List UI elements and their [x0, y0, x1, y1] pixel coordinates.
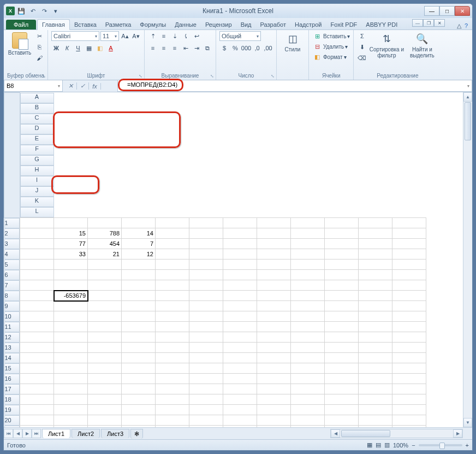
qat-options[interactable]: ▾ [51, 6, 61, 16]
cell-I21[interactable] [291, 426, 325, 428]
tab-foxit[interactable]: Foxit PDF [326, 20, 361, 30]
cell-E16[interactable] [156, 374, 189, 384]
cell-F19[interactable] [189, 405, 223, 415]
row-header-3[interactable]: 3 [4, 239, 20, 249]
cell-H15[interactable] [257, 363, 291, 374]
col-header-H[interactable]: H [20, 166, 54, 176]
comma-icon[interactable]: 000 [241, 43, 251, 53]
cell-A17[interactable] [20, 384, 54, 394]
cell-C13[interactable] [88, 343, 122, 353]
file-tab[interactable]: Файл [6, 20, 36, 30]
cell-D17[interactable] [122, 384, 156, 394]
cell-I12[interactable] [291, 332, 325, 343]
cell-K21[interactable] [359, 426, 392, 428]
cell-A7[interactable] [20, 280, 54, 291]
tab-home[interactable]: Главная [37, 19, 70, 30]
redo-button[interactable]: ↷ [39, 6, 49, 16]
align-left-icon[interactable]: ≡ [148, 43, 158, 53]
fill-color-button[interactable]: ◧ [95, 43, 105, 53]
font-color-button[interactable]: A [106, 43, 116, 53]
cell-D9[interactable] [122, 301, 156, 311]
cell-F3[interactable] [189, 239, 223, 249]
decrease-decimal-icon[interactable]: ,00 [263, 43, 273, 53]
mdi-minimize[interactable]: — [412, 19, 423, 27]
cell-I18[interactable] [291, 394, 325, 405]
cell-J8[interactable] [325, 291, 359, 301]
cell-I1[interactable] [291, 217, 325, 228]
cell-H13[interactable] [257, 343, 291, 353]
grid-area[interactable]: ABCDEFGHIJKL121578814377454743321125678-… [4, 92, 463, 427]
tab-data[interactable]: Данные [170, 20, 201, 30]
cell-E19[interactable] [156, 405, 189, 415]
cell-C15[interactable] [88, 363, 122, 374]
cell-C1[interactable] [88, 217, 122, 228]
cell-G4[interactable] [223, 249, 257, 260]
cell-B11[interactable] [54, 322, 88, 332]
insert-function-icon[interactable]: fx [89, 83, 101, 90]
cell-B12[interactable] [54, 332, 88, 343]
find-select-button[interactable]: 🔍 Найти и выделить [406, 31, 438, 58]
clipboard-dialog-icon[interactable]: ⤡ [42, 74, 46, 79]
row-header-12[interactable]: 12 [4, 332, 20, 343]
tab-view[interactable]: Вид [236, 20, 256, 30]
cell-B13[interactable] [54, 343, 88, 353]
cell-D15[interactable] [122, 363, 156, 374]
cell-J3[interactable] [325, 239, 359, 249]
cell-G5[interactable] [223, 260, 257, 270]
minimize-button[interactable]: — [424, 6, 439, 16]
cell-I9[interactable] [291, 301, 325, 311]
cell-K2[interactable] [359, 228, 392, 239]
cell-G6[interactable] [223, 270, 257, 280]
cell-A15[interactable] [20, 363, 54, 374]
cell-F5[interactable] [189, 260, 223, 270]
cell-D7[interactable] [122, 280, 156, 291]
cut-button[interactable]: ✂ [34, 31, 44, 41]
cell-K7[interactable] [359, 280, 392, 291]
scroll-up-icon[interactable]: ▲ [463, 92, 472, 102]
row-header-21[interactable]: 21 [4, 426, 20, 428]
col-header-G[interactable]: G [20, 155, 54, 166]
merge-center-icon[interactable]: ⧉ [203, 43, 212, 53]
cell-B18[interactable] [54, 394, 88, 405]
row-header-17[interactable]: 17 [4, 384, 20, 394]
cell-J5[interactable] [325, 260, 359, 270]
cell-F9[interactable] [189, 301, 223, 311]
cell-H2[interactable] [257, 228, 291, 239]
cell-C10[interactable] [88, 311, 122, 322]
cell-A12[interactable] [20, 332, 54, 343]
col-header-D[interactable]: D [20, 124, 54, 134]
cell-E9[interactable] [156, 301, 189, 311]
cell-H3[interactable] [257, 239, 291, 249]
save-button[interactable]: 💾 [16, 6, 26, 16]
hscroll-thumb[interactable] [341, 430, 390, 437]
cell-E18[interactable] [156, 394, 189, 405]
cell-C12[interactable] [88, 332, 122, 343]
cell-J13[interactable] [325, 343, 359, 353]
number-format-combo[interactable]: Общий▾ [219, 31, 261, 41]
cancel-formula-icon[interactable]: ✕ [65, 82, 77, 90]
cell-E6[interactable] [156, 270, 189, 280]
cell-D16[interactable] [122, 374, 156, 384]
zoom-out-icon[interactable]: − [412, 442, 415, 449]
cell-B17[interactable] [54, 384, 88, 394]
insert-cells-button[interactable]: ⊞Вставить ▾ [312, 31, 350, 41]
cell-I15[interactable] [291, 363, 325, 374]
cell-D20[interactable] [122, 415, 156, 426]
expand-formula-bar-icon[interactable]: ▾ [467, 84, 469, 89]
cell-J17[interactable] [325, 384, 359, 394]
sheet-tab-1[interactable]: Лист1 [42, 429, 70, 438]
align-middle-icon[interactable]: ≡ [159, 31, 169, 41]
format-painter-button[interactable]: 🖌 [34, 53, 44, 63]
cell-F12[interactable] [189, 332, 223, 343]
cell-C19[interactable] [88, 405, 122, 415]
cell-H20[interactable] [257, 415, 291, 426]
cell-D4[interactable]: 12 [122, 249, 156, 260]
scroll-left-icon[interactable]: ◀ [331, 429, 340, 438]
cell-H18[interactable] [257, 394, 291, 405]
cell-A11[interactable] [20, 322, 54, 332]
cell-D14[interactable] [122, 353, 156, 363]
cell-L21[interactable] [392, 426, 426, 428]
cell-K8[interactable] [359, 291, 392, 301]
cell-L12[interactable] [392, 332, 426, 343]
cell-I3[interactable] [291, 239, 325, 249]
